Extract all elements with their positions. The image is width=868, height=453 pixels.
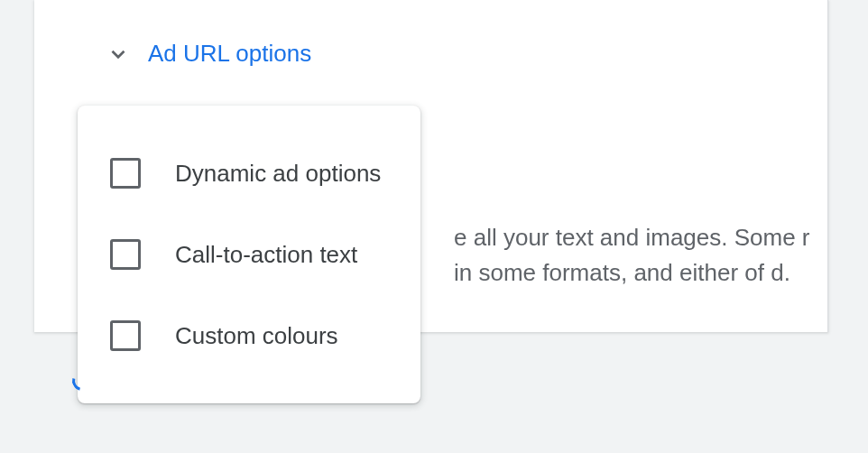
option-call-to-action[interactable]: Call-to-action text bbox=[78, 214, 420, 295]
option-label: Call-to-action text bbox=[175, 241, 357, 269]
chevron-down-icon bbox=[106, 42, 130, 66]
checkbox-icon[interactable] bbox=[110, 158, 141, 189]
ad-url-options-toggle[interactable]: Ad URL options bbox=[106, 40, 311, 68]
description-text: e all your text and images. Some r in so… bbox=[454, 220, 833, 291]
checkbox-icon[interactable] bbox=[110, 320, 141, 351]
options-popup: Dynamic ad options Call-to-action text C… bbox=[78, 106, 420, 403]
option-dynamic-ad[interactable]: Dynamic ad options bbox=[78, 133, 420, 214]
ad-url-options-label: Ad URL options bbox=[148, 40, 311, 68]
option-custom-colours[interactable]: Custom colours bbox=[78, 295, 420, 376]
option-label: Custom colours bbox=[175, 322, 338, 350]
checkbox-icon[interactable] bbox=[110, 239, 141, 270]
option-label: Dynamic ad options bbox=[175, 160, 381, 188]
